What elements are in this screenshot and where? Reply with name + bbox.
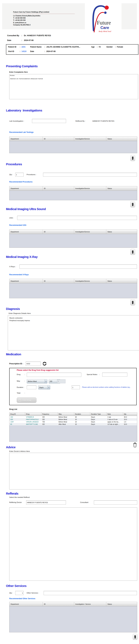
company-name-rule (13, 14, 75, 14)
diagnosis-textarea[interactable]: Muscle contraction Peripheral neuropaty … (8, 315, 139, 350)
way-label: Way (17, 380, 20, 382)
procedures-qty-input[interactable] (15, 173, 24, 176)
procedures-table-body (9, 191, 137, 200)
prescription-id-input[interactable] (26, 362, 41, 366)
logo-tagline: Body Mind Soul (99, 30, 111, 32)
referrals-list-box[interactable] (9, 508, 137, 581)
column-header: Investigation/Service (74, 137, 106, 141)
drug-cell: 330 (10, 418, 25, 420)
referring-doctor-label: Reffering Doctor (9, 502, 22, 503)
lab-investigation-input[interactable] (32, 119, 66, 123)
column-header: Duration (74, 412, 90, 416)
column-header: Note (106, 412, 123, 416)
logo-word-future: Future (97, 20, 111, 26)
column-header: Investigation/Service (74, 186, 106, 190)
column-header: ID (43, 137, 74, 141)
column-header: Status (106, 602, 137, 606)
column-header: Duration Type (90, 412, 106, 416)
trash-icon (132, 301, 134, 304)
duration-input[interactable] (27, 386, 36, 389)
other-table-body (9, 606, 137, 632)
column-header: Department (10, 602, 43, 606)
add-drug-button[interactable]: + Add Drug (17, 398, 36, 403)
consulted-by-row: Consulted By: Dr. HANECKY FUENTE REYES (7, 34, 51, 36)
uss-label: USS : (9, 217, 14, 219)
drug-cell: 10.0 (123, 423, 137, 426)
column-header: Drug (25, 412, 42, 416)
referring-doctor-input[interactable] (26, 500, 66, 504)
xray-delete-button[interactable] (130, 300, 135, 306)
other-delete-button[interactable] (133, 634, 138, 640)
other-qty-input[interactable] (15, 591, 24, 595)
drug-cell: 80 (10, 423, 25, 426)
drug-list-row[interactable]: 80AMITRIPTYLINEODAfter Meal10Day/s1/2 ta… (10, 423, 137, 426)
uss-delete-button[interactable] (130, 249, 135, 255)
trash-icon (134, 635, 136, 638)
medication-entry-box: Please select the Drug from Drug suggess… (9, 368, 136, 405)
drug-cell: 10 (74, 418, 90, 420)
other-services-input[interactable] (44, 591, 137, 595)
drug-list-row[interactable]: 193VITAMIN BODBefore Meal30Day/s1 tab30.… (10, 416, 137, 418)
drug-cell: 10 (74, 423, 90, 426)
total-label: Total (17, 392, 20, 394)
logo-word-care: Care (100, 26, 109, 30)
consulted-by-value: Dr. HANECKY FUENTE REYES (24, 34, 51, 36)
procedures-table-header: Department ID Investigation/Service Stat… (9, 186, 137, 191)
drug-cell: 193 (10, 416, 25, 418)
drug-list-row[interactable]: 330PANTOPRAZOLEODBefore Meal10Day/s1 tab… (10, 418, 137, 420)
refresh-button[interactable] (42, 361, 47, 366)
drug-cell: OD (42, 423, 58, 426)
complaints-heading: Presenting Complaints (6, 64, 38, 68)
consultant-label: Consultant (80, 502, 88, 503)
special-notes-input[interactable] (102, 373, 127, 376)
drug-cell: Day/s (90, 423, 106, 426)
drug-cell: 1397 (10, 420, 25, 423)
company-name: Future Care by Future Holdings (Pty) Lim… (13, 11, 49, 13)
procedures-input[interactable] (43, 173, 137, 176)
patient-name-value: JULITA JEANNE CLAUDETTE AGATHI... (45, 46, 91, 48)
drug-cell: 1/2 tab at night ... (106, 423, 123, 426)
column-header: ID (43, 230, 74, 234)
heart-icon: ♥ (104, 26, 104, 28)
patient-name-label: Patient Name (30, 46, 42, 48)
other-table-header: Department ID Investigation / Service St… (9, 602, 137, 606)
drug-cell: OD (42, 418, 58, 420)
special-notes-label: Special Notes (87, 374, 97, 375)
prescription-id-label: Prescription ID : (9, 363, 23, 365)
advice-delete-button[interactable] (132, 442, 138, 448)
drug-cell: Day/s (90, 416, 106, 418)
procedures-delete-button[interactable] (130, 202, 135, 208)
drug-table-header: Drug ID Drug Fequency Way Duration Durat… (9, 412, 137, 416)
complaints-textarea[interactable]: Review Abdomen US- Normal abdomen Ultras… (9, 74, 138, 99)
drug-list-label: Drug List (9, 408, 17, 410)
lab-table-body (9, 141, 137, 153)
uss-input[interactable] (17, 216, 137, 220)
way-dropdown[interactable]: Before Meal ▼ (27, 379, 48, 384)
medication-qty-input[interactable] (72, 386, 80, 389)
drug-cell: Before Meal (58, 420, 74, 423)
consultant-input[interactable] (94, 500, 137, 504)
xrays-label: X-Rays : (9, 266, 16, 268)
recommended-procedures-label: Recommended Procedures (9, 181, 32, 183)
company-email: E: jude@future.sc (13, 22, 26, 24)
drug-suggestion-warning: Please select the Drug from Drug suggess… (17, 369, 58, 371)
circle-plus-icon: + (18, 399, 21, 402)
drug-input[interactable] (27, 373, 81, 377)
age-value: 72 (98, 46, 106, 48)
lab-referred-by-value: HANECKY FUENTE REYES (92, 120, 114, 122)
column-header: ID (43, 279, 74, 283)
drug-cell: 1 tab at 10 am (106, 418, 123, 420)
lab-delete-button[interactable] (130, 155, 135, 161)
ultrasound-heading: Medical Imaging Ultra Sound (6, 208, 46, 211)
advice-textarea[interactable] (9, 453, 139, 490)
xrays-input[interactable] (20, 264, 137, 269)
xray-heading: Medical Imaging X-Ray (6, 255, 38, 259)
other-services-heading: Other Services (6, 584, 26, 588)
duration-type-dropdown[interactable]: Day/s ▼ (38, 385, 50, 390)
other-qty-label: Qty : (9, 592, 13, 594)
referrals-heading: Refferals (6, 492, 18, 495)
company-phone-2: T: +24 84 225 252 (13, 19, 26, 21)
drug-list-row[interactable]: 1397VIRGIN LINSEEDTIDBefore Meal10Day/sa… (10, 420, 137, 423)
visit-id-label: Visit ID (8, 50, 14, 52)
lab-referred-by-label: Reffered By : (76, 120, 86, 122)
